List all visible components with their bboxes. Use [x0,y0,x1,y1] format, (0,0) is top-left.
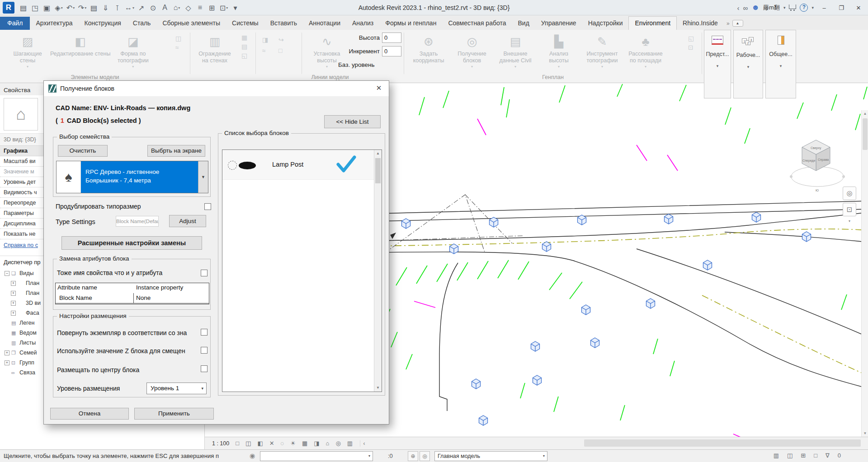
tab-collaborate[interactable]: Совместная работа [442,17,512,30]
tab-overflow-icon[interactable]: » [726,20,730,27]
dialog-title-bar[interactable]: Получение блоков ✕ [44,81,389,96]
set-coordinates-button[interactable]: ⊛Задатькоординаты [407,32,450,70]
redo-icon[interactable]: ↷▾ [77,2,88,14]
scroll-up-icon[interactable]: ▲ [862,110,868,117]
tab-file[interactable]: Файл [0,17,30,30]
scroll-left-icon[interactable]: ‹ [360,440,368,447]
tab-addins[interactable]: Надстройки [582,17,629,30]
adjust-button[interactable]: Adjust [169,215,206,227]
expander-icon[interactable] [5,341,9,345]
chevron-down-icon[interactable]: ▾ [747,65,750,69]
expander-icon[interactable]: + [11,311,16,316]
user-menu-arrow-icon[interactable]: ▾ [783,5,786,10]
view-control-icon[interactable]: ◨ [314,440,319,447]
list-scrollbar[interactable]: ▲ ▼ [374,150,382,392]
default-3d-view-icon[interactable]: ⌂▾ [171,2,182,14]
get-blocks-button[interactable]: ◎Получениеблоков▾ [450,32,494,70]
tab-systems[interactable]: Системы [226,17,264,30]
signed-in-user[interactable]: 藤m翻 [763,4,780,12]
filter-icon[interactable]: ∇ [826,452,830,459]
use-z-checkbox[interactable] [201,347,208,354]
chevron-down-icon[interactable]: ▾ [717,64,719,68]
same-property-checkbox[interactable] [201,270,208,276]
tab-annotate[interactable]: Аннотации [303,17,346,30]
expander-icon[interactable] [5,331,9,336]
railing-on-walls-button[interactable]: ▥Ограждениена стенах [195,32,234,65]
user-avatar-icon[interactable]: ☻ [751,3,760,12]
expander-icon[interactable]: + [5,360,9,365]
hide-list-button[interactable]: << Hide List [324,115,381,128]
switch-windows-icon[interactable]: ⊡▾ [218,2,229,14]
tab-steel[interactable]: Сталь [127,17,157,30]
elevation-analysis-button[interactable]: ▙Анализвысоты▾ [537,32,580,70]
press-drag-toggle[interactable]: ◎ [420,451,430,461]
increment-input[interactable] [382,46,401,56]
aligned-dimension-icon[interactable]: ↔▾ [124,2,135,14]
external-civil-data-button[interactable]: ▤Внешниеданные Civil▾ [494,32,537,70]
view-control-icon[interactable]: ⌂ [326,440,330,447]
horizontal-scrollbar[interactable] [368,437,868,449]
dialog-close-icon[interactable]: ✕ [369,81,389,95]
active-model-select[interactable]: Главная модель▾ [434,451,547,461]
print-icon[interactable]: ▤ [89,2,99,14]
steering-wheel-button[interactable]: ◎ [843,187,856,200]
app-store-cart-icon[interactable] [789,5,796,9]
stepped-walls-button[interactable]: ▨Шагающиестены▾ [8,32,47,70]
tag-icon[interactable]: ⊙ [148,2,159,14]
view-control-icon[interactable]: ◎ [335,440,340,447]
ribbon-state-toggle[interactable]: ▲ [732,20,743,27]
thin-lines-icon[interactable]: ≡ [195,2,206,14]
type-thumbnail[interactable]: ⌂ [4,98,38,131]
text-icon[interactable]: A [160,2,170,14]
view-control-icon[interactable]: ◌ [281,440,284,447]
view-control-icon[interactable]: ◧ [257,440,263,447]
section-icon[interactable]: ◇ [183,2,194,14]
help-icon[interactable]: ? [800,4,808,12]
family-combobox[interactable]: ♠ RPC Дерево - лиственноеБоярышник - 7,4… [56,161,208,193]
tab-precast[interactable]: Сборные элементы [156,17,226,30]
restore-button[interactable]: ❐ [835,5,848,11]
attribute-table[interactable]: Attribute name Instance property Block N… [55,283,209,304]
tab-insert[interactable]: Вставить [264,17,303,30]
view-control-icon[interactable]: ▦ [302,440,307,447]
expander-icon[interactable]: + [5,350,9,355]
base-level-label[interactable]: Баз. уровень [338,61,375,68]
expander-icon[interactable] [5,321,9,326]
expander-icon[interactable]: + [11,301,16,306]
status-icon[interactable]: ▥ [774,452,779,459]
status-icon[interactable]: □ [814,452,817,459]
expander-icon[interactable]: + [11,291,16,296]
customize-qat-icon[interactable]: ▾ [230,2,241,14]
center-of-block-checkbox[interactable] [201,365,208,372]
design-option-select[interactable]: ▾ [260,451,373,461]
apply-button[interactable]: Применить [134,408,214,420]
exclude-options-toggle[interactable]: ⊕ [408,451,418,461]
zoom-tool-button[interactable]: ⊡ [843,203,856,216]
measure-icon[interactable]: ⊺ [112,2,123,14]
tab-manage[interactable]: Управление [535,17,582,30]
view-scale[interactable]: 1 : 100 [212,440,229,447]
advanced-replace-settings-button[interactable]: Расширенные настройки замены [61,236,202,250]
panel-general[interactable]: Общее... ▾ [765,30,796,98]
edit-wall-button[interactable]: ◧Редактирование стены [47,32,113,70]
collapse-arrow-icon[interactable]: ‹ [737,4,740,12]
status-icon[interactable]: ◫ [787,452,793,459]
duplicate-type-checkbox[interactable] [204,203,211,210]
chevron-down-icon[interactable]: ▾ [780,64,782,68]
open-icon[interactable]: ◳ [30,2,41,14]
cancel-button[interactable]: Отмена [50,408,129,420]
search-icon[interactable]: ∞ [743,4,748,12]
expander-icon[interactable]: + [11,281,16,286]
close-hidden-windows-icon[interactable]: ⊞ [207,2,217,14]
scroll-down-icon[interactable]: ▼ [862,430,868,437]
sync-icon[interactable]: ◈▾ [53,2,64,14]
revit-logo-icon[interactable]: R [3,2,14,14]
horizontal-scroll-thumb[interactable] [584,439,861,447]
tab-structure[interactable]: Конструкция [79,17,127,30]
status-icon[interactable]: ⊞ [801,452,806,459]
clear-button[interactable]: Очистить [58,145,108,157]
panel-worksets[interactable]: 1 2 3 Рабоче... ▾ [733,30,763,98]
view-control-icon[interactable]: ☀ [290,440,296,447]
view-control-icon[interactable]: ✕ [269,440,274,447]
view-control-icon[interactable]: ▥ [347,440,353,447]
